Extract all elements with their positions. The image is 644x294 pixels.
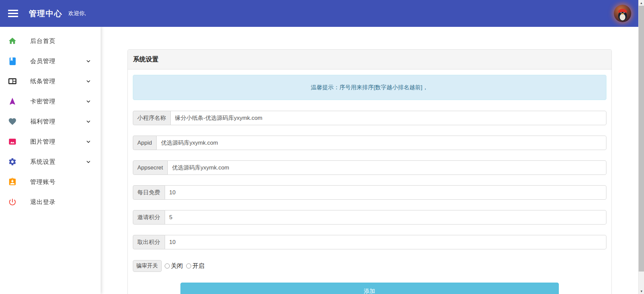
chevron-down-icon (86, 99, 91, 104)
power-icon (8, 198, 17, 206)
book-icon (8, 57, 17, 65)
sidebar-nav: 后台首页 会员管理 纸条管理 卡密管理 福利管理 (0, 27, 101, 294)
audit-off-radio[interactable] (165, 263, 170, 268)
audit-on-radio[interactable] (186, 263, 191, 268)
field-label: 骗审开关 (133, 260, 162, 272)
heart-icon (8, 117, 17, 126)
radio-option-label: 关闭 (171, 262, 183, 270)
navigation-icon (8, 97, 17, 106)
field-label: Appsecret (133, 160, 168, 175)
browser-scrollbar[interactable]: ▲ ▼ (638, 0, 644, 294)
sidebar-item-logout[interactable]: 退出登录 (0, 192, 101, 212)
panel-body: 温馨提示：序号用来排序[数字越小排名越前]， 小程序名称 Appid Appse… (128, 69, 611, 294)
field-label: 邀请积分 (133, 210, 165, 225)
appid-input[interactable] (156, 136, 606, 150)
settings-panel: 系统设置 温馨提示：序号用来排序[数字越小排名越前]， 小程序名称 Appid … (127, 49, 612, 294)
panel-title: 系统设置 (128, 50, 611, 69)
field-label: 每日免费 (133, 185, 165, 200)
chevron-down-icon (86, 58, 91, 64)
hamburger-menu-icon[interactable] (8, 10, 18, 17)
field-label: 取出积分 (133, 235, 165, 249)
sidebar-item-benefits[interactable]: 福利管理 (0, 111, 101, 132)
scrollbar-thumb[interactable] (639, 6, 644, 272)
daily-free-input[interactable] (165, 185, 606, 200)
radio-option-label: 开启 (193, 262, 205, 270)
invite-points-input[interactable] (165, 210, 606, 225)
field-label: Appid (133, 136, 156, 150)
chevron-down-icon (86, 79, 91, 84)
form-row-daily-free: 每日免费 (133, 185, 606, 200)
info-alert: 温馨提示：序号用来排序[数字越小排名越前]， (133, 75, 606, 100)
chevron-down-icon (86, 119, 91, 125)
scroll-up-arrow-icon[interactable]: ▲ (639, 0, 644, 6)
top-header: 管理中心 欢迎你, (0, 0, 644, 27)
main-content: 系统设置 温馨提示：序号用来排序[数字越小排名越前]， 小程序名称 Appid … (101, 27, 638, 294)
miniapp-name-input[interactable] (170, 111, 606, 125)
chevron-down-icon (86, 159, 91, 165)
sidebar-item-members[interactable]: 会员管理 (0, 51, 101, 71)
sidebar-item-dashboard[interactable]: 后台首页 (0, 31, 101, 51)
badge-icon (8, 178, 17, 186)
sidebar-item-cardkeys[interactable]: 卡密管理 (0, 91, 101, 111)
form-row-appsecret: Appsecret (133, 160, 606, 175)
form-row-miniapp-name: 小程序名称 (133, 111, 606, 125)
image-icon (8, 137, 17, 146)
sidebar-item-images[interactable]: 图片管理 (0, 132, 101, 152)
user-avatar[interactable] (614, 5, 631, 22)
page-title: 管理中心 (29, 8, 62, 19)
withdraw-points-input[interactable] (165, 235, 606, 249)
form-row-invite-points: 邀请积分 (133, 210, 606, 225)
form-row-withdraw-points: 取出积分 (133, 235, 606, 249)
screen-icon (8, 77, 17, 86)
appsecret-input[interactable] (167, 160, 606, 175)
add-button[interactable]: 添加 (180, 283, 559, 294)
home-icon (8, 37, 17, 45)
form-row-audit-switch: 骗审开关 关闭 开启 (133, 260, 606, 272)
chevron-down-icon (86, 139, 91, 145)
gear-icon (8, 157, 17, 166)
form-row-appid: Appid (133, 136, 606, 150)
field-label: 小程序名称 (133, 111, 170, 125)
sidebar-item-notes[interactable]: 纸条管理 (0, 71, 101, 91)
sidebar-item-admin-account[interactable]: 管理账号 (0, 172, 101, 192)
sidebar-item-settings[interactable]: 系统设置 (0, 152, 101, 172)
welcome-text: 欢迎你, (68, 10, 86, 17)
scroll-down-arrow-icon[interactable]: ▼ (639, 288, 644, 294)
